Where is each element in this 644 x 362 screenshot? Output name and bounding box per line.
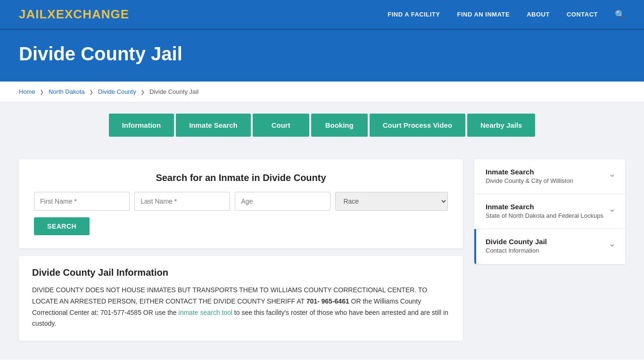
info-title: Divide County Jail Information — [32, 267, 450, 278]
logo-x: X — [47, 7, 56, 21]
chevron-down-icon-2: ⌄ — [609, 204, 616, 214]
inmate-search-link[interactable]: inmate search tool — [179, 309, 232, 316]
age-input[interactable] — [235, 192, 330, 211]
sidebar-contact-info[interactable]: Divide County Jail Contact Information ⌄ — [474, 229, 625, 263]
breadcrumb-sep-2: ❯ — [89, 89, 93, 95]
nav-find-inmate[interactable]: FIND AN INMATE — [457, 11, 510, 18]
race-select[interactable]: Race White Black Hispanic Asian Native A… — [335, 192, 448, 211]
search-fields: Race White Black Hispanic Asian Native A… — [34, 192, 448, 211]
breadcrumb-divide-county[interactable]: Divide County — [98, 88, 136, 95]
tab-inmate-search[interactable]: Inmate Search — [176, 114, 251, 137]
tab-court[interactable]: Court — [253, 114, 309, 137]
info-paragraph: DIVIDE COUNTY DOES NOT HOUSE INMATES BUT… — [32, 285, 450, 329]
chevron-down-icon-3: ⌄ — [609, 239, 616, 249]
page-title: Divide County Jail — [19, 43, 625, 65]
sidebar-item-text-3: Divide County Jail Contact Information — [486, 238, 604, 255]
sidebar-inmate-search-williston[interactable]: Inmate Search Divide County & City of Wi… — [474, 159, 625, 194]
sidebar-title-1: Inmate Search — [486, 168, 604, 176]
sidebar-subtitle-1: Divide County & City of Williston — [486, 177, 604, 185]
sidebar-subtitle-3: Contact Information — [486, 247, 604, 255]
breadcrumb-home[interactable]: Home — [19, 88, 35, 95]
first-name-input[interactable] — [34, 192, 130, 211]
info-phone: 701- 965-6461 — [306, 297, 349, 305]
inmate-search-box: Search for an Inmate in Divide County Ra… — [19, 159, 463, 248]
sidebar-item-text-1: Inmate Search Divide County & City of Wi… — [486, 168, 604, 185]
tab-court-process-video[interactable]: Court Process Video — [370, 114, 465, 137]
left-column: Search for an Inmate in Divide County Ra… — [19, 159, 463, 341]
breadcrumb-current: Divide County Jail — [149, 88, 198, 95]
right-sidebar: Inmate Search Divide County & City of Wi… — [474, 159, 625, 264]
tab-information[interactable]: Information — [109, 114, 174, 137]
nav-about[interactable]: ABOUT — [527, 11, 550, 18]
header-search-button[interactable]: 🔍 — [615, 9, 625, 20]
site-logo[interactable]: JAILXEXCHANGE — [19, 7, 129, 22]
site-header: JAILXEXCHANGE FIND A FACILITY FIND AN IN… — [0, 0, 644, 30]
main-content: Search for an Inmate in Divide County Ra… — [0, 148, 644, 360]
tab-nearby-jails[interactable]: Nearby Jails — [467, 114, 535, 137]
breadcrumb-sep-1: ❯ — [40, 89, 44, 95]
hero-section: Divide County Jail — [0, 30, 644, 82]
breadcrumb-north-dakota[interactable]: North Dakota — [49, 88, 85, 95]
sidebar-item-text-2: Inmate Search State of North Dakota and … — [486, 203, 604, 220]
search-title: Search for an Inmate in Divide County — [34, 173, 448, 183]
chevron-down-icon-1: ⌄ — [609, 169, 616, 179]
nav-contact[interactable]: CONTACT — [567, 11, 598, 18]
logo-jail: JAIL — [19, 7, 47, 21]
breadcrumb-sep-3: ❯ — [140, 89, 145, 95]
sidebar-inmate-search-nd[interactable]: Inmate Search State of North Dakota and … — [474, 194, 625, 229]
breadcrumb: Home ❯ North Dakota ❯ Divide County ❯ Di… — [0, 82, 644, 102]
nav-find-facility[interactable]: FIND A FACILITY — [388, 11, 440, 18]
sidebar-subtitle-2: State of North Dakota and Federal Lockup… — [486, 212, 604, 220]
tab-bar: Information Inmate Search Court Booking … — [0, 102, 644, 148]
info-box: Divide County Jail Information DIVIDE CO… — [19, 256, 463, 341]
search-button[interactable]: SEARCH — [34, 217, 90, 235]
logo-exchange: EXCHANGE — [56, 7, 129, 21]
main-nav: FIND A FACILITY FIND AN INMATE ABOUT CON… — [388, 9, 625, 20]
sidebar-title-3: Divide County Jail — [486, 238, 604, 246]
last-name-input[interactable] — [134, 192, 230, 211]
sidebar-title-2: Inmate Search — [486, 203, 604, 211]
tab-booking[interactable]: Booking — [311, 114, 368, 137]
